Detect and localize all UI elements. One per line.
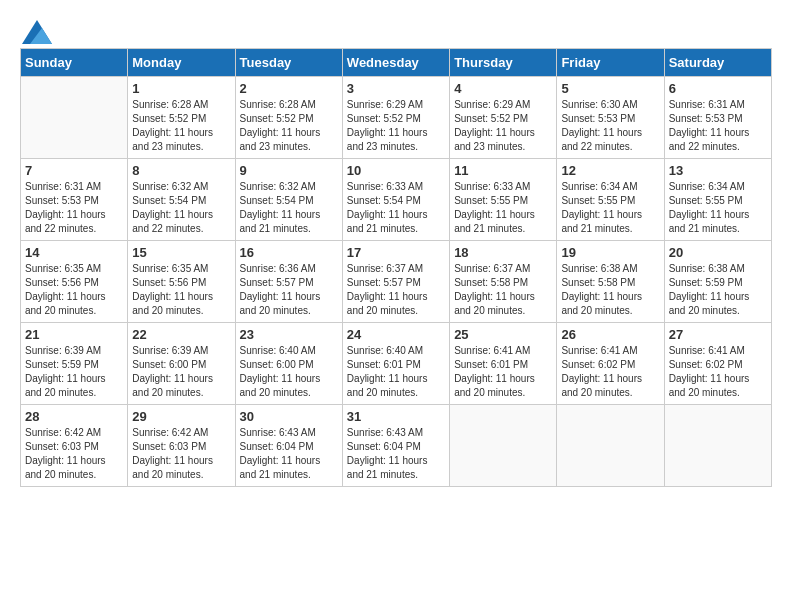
day-info: Sunrise: 6:43 AMSunset: 6:04 PMDaylight:… [240,426,338,482]
calendar-cell: 5Sunrise: 6:30 AMSunset: 5:53 PMDaylight… [557,77,664,159]
day-number: 31 [347,409,445,424]
day-info: Sunrise: 6:28 AMSunset: 5:52 PMDaylight:… [240,98,338,154]
day-info: Sunrise: 6:34 AMSunset: 5:55 PMDaylight:… [561,180,659,236]
calendar-cell: 9Sunrise: 6:32 AMSunset: 5:54 PMDaylight… [235,159,342,241]
calendar-cell: 12Sunrise: 6:34 AMSunset: 5:55 PMDayligh… [557,159,664,241]
calendar-cell: 15Sunrise: 6:35 AMSunset: 5:56 PMDayligh… [128,241,235,323]
calendar-cell [21,77,128,159]
header-wednesday: Wednesday [342,49,449,77]
day-number: 17 [347,245,445,260]
calendar-cell: 26Sunrise: 6:41 AMSunset: 6:02 PMDayligh… [557,323,664,405]
day-number: 19 [561,245,659,260]
calendar-cell: 4Sunrise: 6:29 AMSunset: 5:52 PMDaylight… [450,77,557,159]
calendar-cell [557,405,664,487]
week-row-3: 14Sunrise: 6:35 AMSunset: 5:56 PMDayligh… [21,241,772,323]
day-number: 23 [240,327,338,342]
calendar-cell: 28Sunrise: 6:42 AMSunset: 6:03 PMDayligh… [21,405,128,487]
calendar-cell: 22Sunrise: 6:39 AMSunset: 6:00 PMDayligh… [128,323,235,405]
calendar-cell: 31Sunrise: 6:43 AMSunset: 6:04 PMDayligh… [342,405,449,487]
day-number: 10 [347,163,445,178]
calendar-cell: 23Sunrise: 6:40 AMSunset: 6:00 PMDayligh… [235,323,342,405]
header-monday: Monday [128,49,235,77]
calendar-cell: 11Sunrise: 6:33 AMSunset: 5:55 PMDayligh… [450,159,557,241]
day-info: Sunrise: 6:29 AMSunset: 5:52 PMDaylight:… [347,98,445,154]
day-info: Sunrise: 6:40 AMSunset: 6:01 PMDaylight:… [347,344,445,400]
day-number: 25 [454,327,552,342]
day-info: Sunrise: 6:42 AMSunset: 6:03 PMDaylight:… [25,426,123,482]
calendar-cell: 7Sunrise: 6:31 AMSunset: 5:53 PMDaylight… [21,159,128,241]
calendar-header-row: Sunday Monday Tuesday Wednesday Thursday… [21,49,772,77]
calendar-cell: 20Sunrise: 6:38 AMSunset: 5:59 PMDayligh… [664,241,771,323]
day-info: Sunrise: 6:42 AMSunset: 6:03 PMDaylight:… [132,426,230,482]
day-number: 29 [132,409,230,424]
calendar-cell: 6Sunrise: 6:31 AMSunset: 5:53 PMDaylight… [664,77,771,159]
calendar-cell: 10Sunrise: 6:33 AMSunset: 5:54 PMDayligh… [342,159,449,241]
day-info: Sunrise: 6:41 AMSunset: 6:02 PMDaylight:… [561,344,659,400]
day-number: 21 [25,327,123,342]
day-info: Sunrise: 6:39 AMSunset: 6:00 PMDaylight:… [132,344,230,400]
page-header [20,20,772,38]
calendar-cell: 16Sunrise: 6:36 AMSunset: 5:57 PMDayligh… [235,241,342,323]
calendar-cell: 29Sunrise: 6:42 AMSunset: 6:03 PMDayligh… [128,405,235,487]
day-info: Sunrise: 6:31 AMSunset: 5:53 PMDaylight:… [25,180,123,236]
day-info: Sunrise: 6:30 AMSunset: 5:53 PMDaylight:… [561,98,659,154]
header-tuesday: Tuesday [235,49,342,77]
calendar-cell: 8Sunrise: 6:32 AMSunset: 5:54 PMDaylight… [128,159,235,241]
header-sunday: Sunday [21,49,128,77]
week-row-4: 21Sunrise: 6:39 AMSunset: 5:59 PMDayligh… [21,323,772,405]
day-number: 1 [132,81,230,96]
day-info: Sunrise: 6:28 AMSunset: 5:52 PMDaylight:… [132,98,230,154]
day-number: 30 [240,409,338,424]
logo-icon [22,20,52,44]
day-info: Sunrise: 6:35 AMSunset: 5:56 PMDaylight:… [132,262,230,318]
day-info: Sunrise: 6:31 AMSunset: 5:53 PMDaylight:… [669,98,767,154]
day-number: 13 [669,163,767,178]
calendar-cell: 25Sunrise: 6:41 AMSunset: 6:01 PMDayligh… [450,323,557,405]
calendar-cell: 18Sunrise: 6:37 AMSunset: 5:58 PMDayligh… [450,241,557,323]
day-number: 2 [240,81,338,96]
header-thursday: Thursday [450,49,557,77]
day-number: 27 [669,327,767,342]
calendar-cell: 30Sunrise: 6:43 AMSunset: 6:04 PMDayligh… [235,405,342,487]
calendar-cell: 2Sunrise: 6:28 AMSunset: 5:52 PMDaylight… [235,77,342,159]
day-number: 9 [240,163,338,178]
calendar-table: Sunday Monday Tuesday Wednesday Thursday… [20,48,772,487]
day-number: 3 [347,81,445,96]
day-number: 11 [454,163,552,178]
day-info: Sunrise: 6:41 AMSunset: 6:02 PMDaylight:… [669,344,767,400]
day-number: 5 [561,81,659,96]
day-number: 26 [561,327,659,342]
day-info: Sunrise: 6:43 AMSunset: 6:04 PMDaylight:… [347,426,445,482]
week-row-2: 7Sunrise: 6:31 AMSunset: 5:53 PMDaylight… [21,159,772,241]
calendar-cell: 24Sunrise: 6:40 AMSunset: 6:01 PMDayligh… [342,323,449,405]
day-info: Sunrise: 6:40 AMSunset: 6:00 PMDaylight:… [240,344,338,400]
calendar-cell: 1Sunrise: 6:28 AMSunset: 5:52 PMDaylight… [128,77,235,159]
calendar-cell: 27Sunrise: 6:41 AMSunset: 6:02 PMDayligh… [664,323,771,405]
day-info: Sunrise: 6:39 AMSunset: 5:59 PMDaylight:… [25,344,123,400]
calendar-cell [664,405,771,487]
day-info: Sunrise: 6:36 AMSunset: 5:57 PMDaylight:… [240,262,338,318]
calendar-cell: 19Sunrise: 6:38 AMSunset: 5:58 PMDayligh… [557,241,664,323]
day-info: Sunrise: 6:33 AMSunset: 5:54 PMDaylight:… [347,180,445,236]
day-info: Sunrise: 6:29 AMSunset: 5:52 PMDaylight:… [454,98,552,154]
day-number: 28 [25,409,123,424]
calendar-cell: 21Sunrise: 6:39 AMSunset: 5:59 PMDayligh… [21,323,128,405]
day-info: Sunrise: 6:32 AMSunset: 5:54 PMDaylight:… [240,180,338,236]
logo [20,20,52,38]
day-number: 12 [561,163,659,178]
day-number: 16 [240,245,338,260]
calendar-cell: 14Sunrise: 6:35 AMSunset: 5:56 PMDayligh… [21,241,128,323]
day-info: Sunrise: 6:37 AMSunset: 5:58 PMDaylight:… [454,262,552,318]
day-number: 20 [669,245,767,260]
day-info: Sunrise: 6:32 AMSunset: 5:54 PMDaylight:… [132,180,230,236]
calendar-cell: 17Sunrise: 6:37 AMSunset: 5:57 PMDayligh… [342,241,449,323]
day-info: Sunrise: 6:35 AMSunset: 5:56 PMDaylight:… [25,262,123,318]
day-number: 6 [669,81,767,96]
day-info: Sunrise: 6:41 AMSunset: 6:01 PMDaylight:… [454,344,552,400]
day-number: 14 [25,245,123,260]
week-row-5: 28Sunrise: 6:42 AMSunset: 6:03 PMDayligh… [21,405,772,487]
day-number: 24 [347,327,445,342]
week-row-1: 1Sunrise: 6:28 AMSunset: 5:52 PMDaylight… [21,77,772,159]
day-info: Sunrise: 6:38 AMSunset: 5:58 PMDaylight:… [561,262,659,318]
calendar-cell: 13Sunrise: 6:34 AMSunset: 5:55 PMDayligh… [664,159,771,241]
